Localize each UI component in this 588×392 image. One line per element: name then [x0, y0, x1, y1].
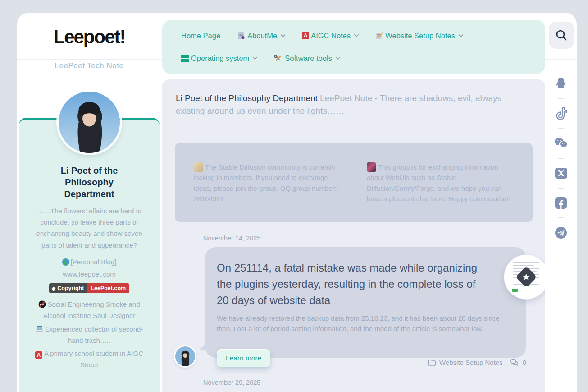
thumbnail-green-button [512, 289, 518, 292]
wechat-icon[interactable] [554, 136, 568, 151]
nav-row-1: Home Page AboutMe A AIGC Notes Website S… [162, 24, 545, 47]
nav-home[interactable]: Home Page [181, 32, 220, 40]
copyright-badge-right: LeePoet.com [87, 283, 129, 293]
telegram-icon[interactable] [554, 226, 568, 240]
chevron-down-icon [354, 32, 359, 37]
post-item: On 251114, a fatal mistake was made whil… [205, 247, 526, 367]
profile-avatar [59, 92, 120, 153]
copyright-badge-left: ◈Copyright [49, 283, 87, 293]
rail-divider [558, 98, 564, 99]
profile-card: Li Poet of the Philosophy Department ……T… [19, 118, 160, 392]
diamond-icon: ◈ [52, 286, 55, 291]
comments-icon [510, 359, 519, 366]
rail-divider [558, 128, 564, 129]
social-rail [545, 77, 577, 240]
post-meta: Website Setup Notes 0 [428, 359, 526, 367]
nav-aboutme[interactable]: AboutMe [237, 32, 285, 40]
profile-name: Li Poet of the Philosophy Department [49, 165, 130, 200]
folder-icon [428, 359, 436, 366]
website-link[interactable]: www.leepoet.com [63, 270, 116, 278]
notice-right: This group is for exchanging information… [367, 162, 514, 204]
search-icon [555, 29, 568, 42]
a-badge-icon: A [302, 32, 309, 39]
nav-software-tools[interactable]: Software tools [274, 54, 340, 63]
page-title: Li Poet of the Philosophy Department Lee… [162, 79, 545, 129]
learn-more-button[interactable]: Learn more [217, 349, 270, 367]
x-twitter-icon[interactable] [554, 166, 568, 180]
website-line: www.leepoet.com [29, 268, 150, 280]
post-author-avatar [175, 346, 195, 366]
post-bubble: On 251114, a fatal mistake was made whil… [205, 247, 526, 358]
nav-aigc-notes[interactable]: A AIGC Notes [302, 32, 358, 40]
search-button[interactable] [549, 22, 574, 49]
facebook-icon[interactable] [554, 196, 568, 210]
memo-pencil-icon [375, 32, 383, 40]
page-title-main: Li Poet of the Philosophy Department [176, 93, 318, 103]
trait-student: AA primary school student in AIGC Street [29, 348, 150, 370]
nav-website-setup-notes[interactable]: Website Setup Notes [375, 32, 463, 40]
rail-divider [558, 217, 564, 218]
site-tagline: LeePoet Tech Note [17, 61, 161, 70]
main-nav: Home Page AboutMe A AIGC Notes Website S… [162, 20, 545, 74]
hammer-wrench-icon [274, 55, 283, 62]
post-date: November 29, 2025 [203, 379, 545, 386]
rail-divider [558, 188, 564, 189]
notice-left: The Stable Diffusion community is curren… [194, 162, 341, 204]
notice-avatar [194, 162, 203, 172]
tiktok-icon[interactable] [554, 106, 568, 121]
chevron-down-icon [281, 32, 286, 37]
notice-avatar [367, 162, 376, 172]
nav-row-2: Operating system Software tools [162, 47, 545, 69]
bubble-tail [199, 338, 212, 350]
notice-box: The Stable Diffusion community is curren… [175, 143, 533, 222]
blog-line: [Personal Blog] [29, 256, 150, 267]
main-content: Li Poet of the Philosophy Department Lee… [162, 79, 545, 392]
a-badge-icon: A [35, 351, 42, 359]
profile-bio: ……The flowers' affairs are hard to concl… [29, 205, 150, 251]
comment-count[interactable]: 0 [523, 359, 526, 366]
thumbnail-page [511, 259, 542, 295]
post-category-link[interactable]: Website Setup Notes [439, 359, 503, 366]
post-date: November 14, 2025 [203, 235, 545, 242]
chevron-down-icon [253, 55, 258, 60]
chevron-down-icon [335, 55, 340, 60]
trait-smoke: Social Engineering Smoke and Alcohol Ins… [29, 299, 150, 321]
no-smoking-icon [38, 300, 46, 308]
qq-icon[interactable] [554, 77, 568, 91]
post-excerpt: We have already restored the backup data… [217, 313, 501, 334]
site-logo[interactable]: Leepoet! [17, 26, 161, 48]
post-thumbnail[interactable] [504, 255, 545, 299]
page-container: Leepoet! LeePoet Tech Note Li Poet of th… [17, 13, 577, 392]
laptop-icon [36, 326, 44, 333]
copyright-badge[interactable]: ◈Copyright LeePoet.com [49, 283, 129, 293]
post-footer: Learn more Website Setup Notes 0 [205, 349, 526, 367]
trait-collector: Experienced collector of second-hand tra… [29, 323, 150, 346]
document-icon [237, 32, 245, 40]
post-title[interactable]: On 251114, a fatal mistake was made whil… [217, 260, 483, 309]
nav-operating-system[interactable]: Operating system [181, 54, 257, 63]
rail-divider [558, 158, 564, 159]
globe-icon [62, 258, 69, 266]
windows-icon [181, 55, 189, 62]
chevron-down-icon [458, 32, 463, 37]
blog-label: [Personal Blog] [71, 258, 117, 266]
